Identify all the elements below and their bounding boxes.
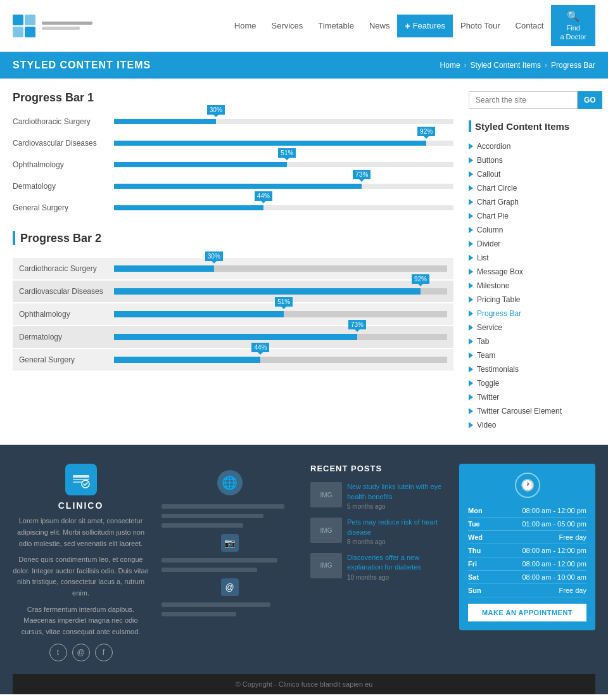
sidebar-menu-item[interactable]: Column xyxy=(469,223,595,237)
sidebar-item-label: Twitter Carousel Element xyxy=(477,407,562,416)
sidebar-menu-item[interactable]: Progress Bar xyxy=(469,307,595,321)
sidebar-item-label: Video xyxy=(477,421,496,430)
nav-features[interactable]: + Features xyxy=(397,15,453,37)
breadcrumb-styled[interactable]: Styled Content Items xyxy=(471,61,541,70)
schedule-row: Thu 08:00 am - 12:00 pm xyxy=(468,544,586,557)
progress-bar-1-title: Progress Bar 1 xyxy=(13,91,453,105)
progress-percent: 44% xyxy=(255,191,272,201)
schedule-day: Wed xyxy=(468,533,483,541)
sidebar-item-label: Testimonials xyxy=(477,365,519,374)
recent-post-date: 8 months ago xyxy=(347,538,446,545)
footer-recent-posts-col: RECENT POSTS IMG New study links lutein … xyxy=(310,464,446,661)
sidebar-menu-item[interactable]: Milestone xyxy=(469,279,595,293)
schedule-time: Free day xyxy=(559,587,586,594)
sidebar-item-label: Message Box xyxy=(477,267,523,276)
sidebar-item-label: Team xyxy=(477,351,495,360)
schedule-rows: Mon 08:00 am - 12:00 pm Tue 01:00 am - 0… xyxy=(468,504,586,597)
recent-post-title[interactable]: Discoveries offer a new explanation for … xyxy=(347,553,446,573)
sidebar-menu-item[interactable]: Accordion xyxy=(469,139,595,153)
progress-label: Ophthalmology xyxy=(13,160,114,169)
sidebar-menu-item[interactable]: Buttons xyxy=(469,153,595,167)
sidebar-menu-item[interactable]: Toggle xyxy=(469,376,595,390)
progress-bar-1-item: Ophthalmology 51% xyxy=(13,160,453,169)
progress2-label: Ophthalmology xyxy=(19,310,114,319)
sidebar-menu-item[interactable]: Callout xyxy=(469,167,595,181)
recent-post-image: IMG xyxy=(310,553,342,578)
sidebar-menu-item[interactable]: Twitter Carousel Element xyxy=(469,404,595,418)
sidebar-menu-item[interactable]: Divider xyxy=(469,237,595,251)
sidebar-menu-item[interactable]: Chart Graph xyxy=(469,195,595,209)
progress2-label: Dermatology xyxy=(19,333,114,341)
sidebar-menu-item[interactable]: List xyxy=(469,251,595,265)
nav-find-doctor[interactable]: 🔍 Find a Doctor xyxy=(551,5,595,46)
clock-icon: 🕐 xyxy=(515,473,540,498)
sidebar-item-label: Milestone xyxy=(477,281,509,290)
nav-phototour[interactable]: Photo Tour xyxy=(453,15,508,37)
sidebar-menu-item[interactable]: Message Box xyxy=(469,265,595,279)
breadcrumb-current: Progress Bar xyxy=(551,61,595,70)
sidebar-item-label: Chart Circle xyxy=(477,184,517,193)
progress-bar-1-items: Cardiothoracic Surgery 30% Cardiovascula… xyxy=(13,117,453,212)
sidebar-item-label: Service xyxy=(477,323,502,332)
recent-post-image: IMG xyxy=(310,518,342,543)
progress2-percent: 73% xyxy=(348,320,366,329)
sidebar-menu-item[interactable]: Service xyxy=(469,321,595,334)
sidebar-menu-item[interactable]: Tab xyxy=(469,334,595,348)
breadcrumb-home[interactable]: Home xyxy=(440,61,460,70)
sidebar-menu-item[interactable]: Chart Circle xyxy=(469,181,595,195)
page-title: STYLED CONTENT ITEMS xyxy=(13,60,151,71)
nav-services[interactable]: Services xyxy=(263,15,310,37)
search-box: GO xyxy=(469,91,595,109)
footer-desc2: Donec quis condimentum leo, et congue do… xyxy=(13,554,149,599)
sidebar-menu-item[interactable]: Testimonials xyxy=(469,362,595,376)
schedule-day: Sun xyxy=(468,587,481,594)
nav-news[interactable]: News xyxy=(362,15,398,37)
recent-post: IMG Pets may reduce risk of heart diseas… xyxy=(310,518,446,545)
footer-desc3: Cras fermentum interdum dapibus. Maecena… xyxy=(13,604,149,638)
schedule-row: Sun Free day xyxy=(468,584,586,597)
recent-post-title[interactable]: Pets may reduce risk of heart disease xyxy=(347,518,446,537)
progress-percent: 92% xyxy=(417,127,435,136)
nav-contact[interactable]: Contact xyxy=(508,15,552,37)
search-button[interactable]: GO xyxy=(578,91,602,109)
sidebar-menu-item[interactable]: Team xyxy=(469,348,595,362)
footer-company-name: CLINICO xyxy=(13,500,149,511)
schedule-day: Thu xyxy=(468,547,481,554)
sidebar-menu-item[interactable]: Chart Pie xyxy=(469,209,595,223)
nav-timetable[interactable]: Timetable xyxy=(310,15,362,37)
sidebar-item-label: Tab xyxy=(477,337,489,346)
recent-post-date: 5 months ago xyxy=(347,503,446,510)
recent-post-title[interactable]: New study links lutein with eye health b… xyxy=(347,482,446,502)
progress2-percent: 30% xyxy=(205,251,223,261)
progress-bar-2-item: Dermatology 73% xyxy=(13,326,453,348)
social-facebook[interactable]: f xyxy=(95,644,113,661)
sidebar-item-label: Column xyxy=(477,226,503,234)
schedule-day: Fri xyxy=(468,560,477,568)
schedule-row: Sat 08:00 am - 10:00 am xyxy=(468,571,586,584)
schedule-time: 08:00 am - 12:00 pm xyxy=(522,507,586,514)
sidebar-menu-item[interactable]: Pricing Table xyxy=(469,293,595,307)
progress2-percent: 51% xyxy=(275,297,293,307)
nav-home[interactable]: Home xyxy=(227,15,264,37)
recent-posts-title: RECENT POSTS xyxy=(310,464,446,473)
progress-bar-1-item: Cardiovascular Diseases 92% xyxy=(13,139,453,148)
progress-label: General Surgery xyxy=(13,203,114,212)
logo[interactable] xyxy=(13,15,92,37)
schedule-row: Mon 08:00 am - 12:00 pm xyxy=(468,504,586,518)
schedule-time: 08:00 am - 12:00 pm xyxy=(522,560,586,568)
sidebar-menu-item[interactable]: Twitter xyxy=(469,390,595,404)
sidebar-menu-item[interactable]: Video xyxy=(469,418,595,432)
make-appointment-btn[interactable]: MAKE AN APPOINTMENT xyxy=(468,604,586,621)
progress2-label: Cardiothoracic Surgery xyxy=(19,264,114,273)
progress-bar-1-item: Dermatology 73% xyxy=(13,182,453,191)
site-header: Home Services Timetable News + Features … xyxy=(0,0,608,52)
progress-percent: 51% xyxy=(278,148,296,158)
progress-bar-2-items: Cardiothoracic Surgery 30% Cardiovascula… xyxy=(13,258,453,371)
recent-post: IMG Discoveries offer a new explanation … xyxy=(310,553,446,581)
social-twitter[interactable]: t xyxy=(49,644,67,661)
search-input[interactable] xyxy=(469,91,578,109)
social-instagram[interactable]: @ xyxy=(72,644,90,661)
progress-label: Dermatology xyxy=(13,182,114,191)
schedule-time: 08:00 am - 10:00 am xyxy=(522,573,586,581)
footer-bottom: © Copyright - Clinico fusce blandit sapi… xyxy=(13,674,595,694)
